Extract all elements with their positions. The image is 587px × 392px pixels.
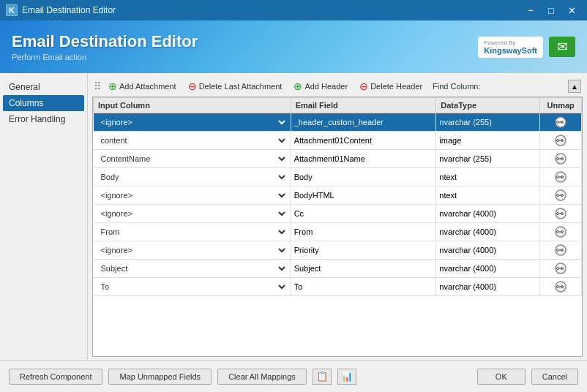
table-row: contentAttachment01Contentimage <box>94 132 582 150</box>
delete-last-attachment-button[interactable]: ⊖ Delete Last Attachment <box>184 79 287 94</box>
unmap-button[interactable] <box>553 261 568 276</box>
input-col-select[interactable]: content <box>97 135 288 146</box>
input-col-cell: ContentName <box>94 150 291 168</box>
delete-header-button[interactable]: ⊖ Delete Header <box>355 79 427 94</box>
table-row: BodyBodyntext <box>94 168 582 186</box>
unmap-cell <box>540 150 582 168</box>
map-unmapped-fields-button[interactable]: Map Unmapped Fields <box>108 369 212 385</box>
refresh-component-button[interactable]: Refresh Component <box>9 369 102 385</box>
scroll-up-button[interactable]: ▲ <box>568 80 581 93</box>
datatype-cell: nvarchar (4000) <box>436 205 540 223</box>
email-field-cell: Cc <box>291 205 436 223</box>
input-col-select[interactable]: Body <box>97 172 288 182</box>
input-col-cell: Body <box>94 168 291 186</box>
clear-all-mappings-button[interactable]: Clear All Mappings <box>217 369 307 385</box>
sidebar: General Columns Error Handling <box>0 73 88 360</box>
datatype-cell: nvarchar (4000) <box>436 223 540 241</box>
unmap-cell <box>540 186 582 205</box>
footer: Refresh Component Map Unmapped Fields Cl… <box>0 360 587 392</box>
unmap-button[interactable] <box>553 279 568 294</box>
email-field-cell: From <box>291 223 436 241</box>
delete-icon: ⊖ <box>188 80 197 92</box>
unmap-button[interactable] <box>553 243 568 257</box>
drag-handle-icon: ⠿ <box>94 80 101 92</box>
unmap-button[interactable] <box>553 170 568 184</box>
unmap-button[interactable] <box>553 225 568 239</box>
unmap-button[interactable] <box>553 151 568 166</box>
unmap-button[interactable] <box>553 133 568 148</box>
input-col-select[interactable]: Subject <box>97 263 288 274</box>
title-bar: K Email Destination Editor − □ ✕ <box>0 0 587 20</box>
main-content: General Columns Error Handling ⠿ ⊕ Add A… <box>0 73 587 360</box>
input-col-select[interactable]: <ignore> <box>97 245 288 255</box>
delete-attachment-label: Delete Last Attachment <box>199 82 283 91</box>
import-icon: 📋 <box>316 371 328 382</box>
email-icon <box>549 37 575 57</box>
input-col-select[interactable]: To <box>97 282 288 292</box>
input-col-cell: <ignore> <box>94 241 291 260</box>
add-attachment-label: Add Attachment <box>119 82 176 91</box>
page-title: Email Destination Editor <box>12 32 198 51</box>
export-icon: 📊 <box>341 371 353 382</box>
input-col-cell: <ignore> <box>94 113 291 132</box>
input-col-select[interactable]: <ignore> <box>97 117 288 127</box>
unmap-button[interactable] <box>553 188 568 203</box>
datatype-cell: image <box>436 132 540 150</box>
app-icon: K <box>6 4 18 16</box>
sidebar-item-columns[interactable]: Columns <box>3 95 84 111</box>
datatype-cell: nvarchar (255) <box>436 113 540 132</box>
import-button[interactable]: 📋 <box>313 369 332 385</box>
input-col-select[interactable]: From <box>97 227 288 237</box>
table-row: ContentNameAttachment01Namenvarchar (255… <box>94 150 582 168</box>
close-button[interactable]: ✕ <box>562 3 581 18</box>
ok-button[interactable]: OK <box>477 369 526 385</box>
add-header-button[interactable]: ⊕ Add Header <box>289 79 352 94</box>
mapping-table: Input Column Email Field DataType Unmap … <box>93 97 582 296</box>
brand-logo: Powered By KingswaySoft <box>478 37 543 58</box>
input-col-cell: <ignore> <box>94 205 291 223</box>
input-col-cell: From <box>94 223 291 241</box>
email-field-cell: Attachment01Name <box>291 150 436 168</box>
minimize-button[interactable]: − <box>521 3 540 18</box>
input-col-select[interactable]: <ignore> <box>97 190 288 200</box>
email-field-cell: BodyHTML <box>291 186 436 205</box>
email-field-cell: _header_custom_header <box>291 113 436 132</box>
input-col-select[interactable]: ContentName <box>97 154 288 164</box>
unmap-cell <box>540 205 582 223</box>
add-attachment-button[interactable]: ⊕ Add Attachment <box>104 79 181 94</box>
window-controls: − □ ✕ <box>521 3 581 18</box>
brand-name: KingswaySoft <box>484 46 537 55</box>
sidebar-item-general[interactable]: General <box>3 79 84 95</box>
mapping-table-container: Input Column Email Field DataType Unmap … <box>92 97 583 357</box>
add-header-label: Add Header <box>304 82 348 91</box>
unmap-cell <box>540 132 582 150</box>
table-row: SubjectSubjectnvarchar (4000) <box>94 260 582 278</box>
table-row: <ignore>BodyHTMLntext <box>94 186 582 205</box>
delete-header-icon: ⊖ <box>359 80 368 92</box>
table-body: <ignore>_header_custom_headernvarchar (2… <box>94 113 582 296</box>
maximize-button[interactable]: □ <box>542 3 561 18</box>
col-header-field: Email Field <box>291 98 436 113</box>
input-col-select[interactable]: <ignore> <box>97 208 288 219</box>
unmap-button[interactable] <box>553 206 568 221</box>
email-field-cell: To <box>291 278 436 296</box>
add-header-icon: ⊕ <box>294 80 302 92</box>
sidebar-item-error-handling[interactable]: Error Handling <box>3 111 84 127</box>
unmap-cell <box>540 223 582 241</box>
cancel-button[interactable]: Cancel <box>531 369 578 385</box>
right-panel: ⠿ ⊕ Add Attachment ⊖ Delete Last Attachm… <box>88 73 587 360</box>
page-subtitle: Perform Email action <box>12 53 198 61</box>
add-icon: ⊕ <box>108 80 117 92</box>
col-header-unmap: Unmap <box>540 98 582 113</box>
table-row: FromFromnvarchar (4000) <box>94 223 582 241</box>
datatype-cell: nvarchar (255) <box>436 150 540 168</box>
datatype-cell: ntext <box>436 186 540 205</box>
col-header-datatype: DataType <box>436 98 540 113</box>
unmap-button[interactable] <box>553 115 568 129</box>
input-col-cell: To <box>94 278 291 296</box>
datatype-cell: nvarchar (4000) <box>436 241 540 260</box>
export-button[interactable]: 📊 <box>337 369 356 385</box>
table-header-row: Input Column Email Field DataType Unmap <box>94 98 582 113</box>
unmap-cell <box>540 260 582 278</box>
email-field-cell: Body <box>291 168 436 186</box>
